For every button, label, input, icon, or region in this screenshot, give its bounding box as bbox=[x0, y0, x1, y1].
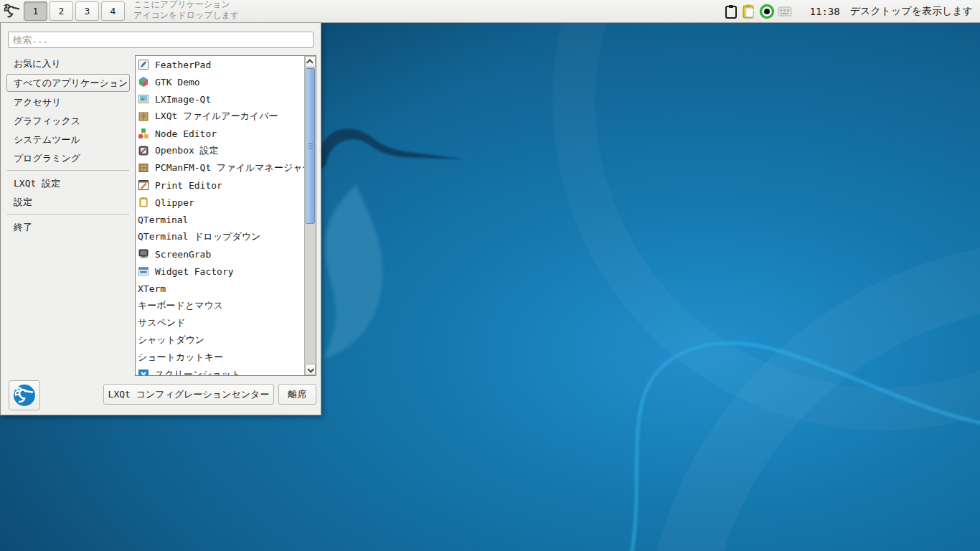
lximage-icon bbox=[138, 93, 149, 105]
taskbar-drop-hint: ここにアプリケーション アイコンをドロップします bbox=[133, 0, 239, 21]
app-item-label: QTerminal bbox=[138, 215, 188, 225]
app-item-15[interactable]: サスペンド bbox=[136, 314, 304, 331]
top-panel: 1234 ここにアプリケーション アイコンをドロップします 11:38 デスクト… bbox=[0, 0, 980, 23]
app-item-label: Node Editor bbox=[155, 128, 217, 139]
keyboard-icon[interactable] bbox=[777, 4, 793, 19]
app-item-label: LXQt ファイルアーカイバー bbox=[155, 110, 278, 123]
app-menu-popup: お気に入りすべてのアプリケーションアクセサリグラフィックスシステムツールプログラ… bbox=[0, 22, 321, 415]
screenshot-icon bbox=[138, 369, 149, 376]
app-item-label: サスペンド bbox=[138, 316, 186, 329]
app-item-11[interactable]: ScreenGrab bbox=[136, 245, 304, 263]
app-item-0[interactable]: FeatherPad bbox=[136, 56, 304, 73]
app-item-label: Widget Factory bbox=[155, 266, 234, 277]
sidebar-separator bbox=[7, 170, 129, 171]
print-editor-icon bbox=[138, 179, 149, 191]
scrollbar-thumb[interactable] bbox=[306, 68, 315, 224]
app-item-label: XTerm bbox=[138, 283, 166, 294]
app-item-label: QTerminal ドロップダウン bbox=[138, 230, 260, 243]
app-item-10[interactable]: QTerminal ドロップダウン bbox=[136, 228, 304, 245]
qlipper-icon bbox=[138, 197, 149, 208]
app-item-14[interactable]: キーボードとマウス bbox=[136, 297, 304, 314]
app-list-scrollbar[interactable] bbox=[304, 56, 316, 375]
main-menu-button[interactable] bbox=[2, 1, 22, 22]
category-sidebar: お気に入りすべてのアプリケーションアクセサリグラフィックスシステムツールプログラ… bbox=[6, 55, 130, 237]
pcmanfm-icon bbox=[138, 162, 149, 174]
app-item-1[interactable]: GTK Demo bbox=[136, 73, 304, 90]
app-item-label: GTK Demo bbox=[155, 77, 200, 88]
show-desktop-button[interactable]: デスクトップを表示します bbox=[850, 5, 973, 18]
app-item-label: ショートカットキー bbox=[138, 351, 223, 364]
app-item-label: PCManFM-Qt ファイルマネージャー bbox=[155, 161, 312, 174]
chevron-up-icon bbox=[306, 59, 314, 66]
app-item-4[interactable]: Node Editor bbox=[136, 125, 304, 142]
app-item-label: Qlipper bbox=[155, 197, 194, 208]
app-item-17[interactable]: ショートカットキー bbox=[136, 349, 304, 366]
app-item-7[interactable]: Print Editor bbox=[136, 176, 304, 194]
taskbar-drop-hint-line1: ここにアプリケーション bbox=[133, 0, 239, 10]
app-item-3[interactable]: LXQt ファイルアーカイバー bbox=[136, 108, 304, 125]
app-item-6[interactable]: PCManFM-Qt ファイルマネージャー bbox=[136, 159, 304, 176]
app-item-label: LXImage-Qt bbox=[155, 94, 211, 105]
app-item-9[interactable]: QTerminal bbox=[136, 211, 304, 228]
scroll-down-button[interactable] bbox=[305, 364, 316, 375]
app-item-label: キーボードとマウス bbox=[138, 299, 223, 312]
app-item-13[interactable]: XTerm bbox=[136, 280, 304, 297]
app-list-rows: FeatherPadGTK DemoLXImage-QtLXQt ファイルアーカ… bbox=[136, 56, 304, 376]
leave-button[interactable]: 離席 bbox=[278, 384, 316, 405]
clock[interactable]: 11:38 bbox=[810, 6, 840, 17]
category-item-7[interactable]: 設定 bbox=[6, 194, 130, 210]
category-item-5[interactable]: プログラミング bbox=[6, 150, 130, 166]
gtk-demo-icon bbox=[138, 76, 149, 88]
app-item-label: ScreenGrab bbox=[155, 249, 211, 260]
category-item-4[interactable]: システムツール bbox=[6, 131, 130, 148]
workspace-button-4[interactable]: 4 bbox=[101, 1, 125, 21]
openbox-icon bbox=[138, 145, 149, 156]
category-item-8[interactable]: 終了 bbox=[6, 219, 130, 235]
app-item-label: シャットダウン bbox=[138, 334, 204, 347]
category-item-6[interactable]: LXQt 設定 bbox=[6, 175, 130, 192]
node-editor-icon bbox=[138, 128, 149, 139]
app-list: FeatherPadGTK DemoLXImage-QtLXQt ファイルアーカ… bbox=[135, 55, 316, 376]
app-item-2[interactable]: LXImage-Qt bbox=[136, 90, 304, 108]
lxqt-logo-button[interactable] bbox=[9, 380, 40, 410]
lxqt-logo-icon bbox=[12, 383, 37, 408]
system-tray bbox=[723, 4, 793, 19]
app-item-8[interactable]: Qlipper bbox=[136, 194, 304, 211]
scrollbar-grip-icon bbox=[308, 143, 313, 150]
workspace-button-1[interactable]: 1 bbox=[24, 1, 47, 21]
workspace-button-3[interactable]: 3 bbox=[75, 1, 99, 21]
qlipper-clipboard-icon[interactable] bbox=[741, 4, 757, 19]
workspace-switcher: 1234 bbox=[24, 1, 125, 21]
sidebar-separator bbox=[7, 214, 129, 215]
app-item-12[interactable]: Widget Factory bbox=[136, 263, 304, 280]
app-item-label: Openbox 設定 bbox=[155, 144, 219, 157]
screengrab-icon bbox=[138, 248, 149, 260]
app-item-label: FeatherPad bbox=[155, 60, 211, 70]
app-item-label: Print Editor bbox=[155, 180, 222, 191]
chevron-down-icon bbox=[307, 365, 314, 372]
archiver-icon bbox=[138, 110, 149, 122]
clipboard-icon[interactable] bbox=[723, 4, 739, 19]
scroll-up-button[interactable] bbox=[305, 56, 316, 67]
app-item-label: スクリーンショット bbox=[155, 368, 240, 376]
category-item-1[interactable]: すべてのアプリケーション bbox=[6, 74, 130, 92]
featherpad-icon bbox=[138, 59, 149, 70]
workspace-button-2[interactable]: 2 bbox=[50, 1, 73, 21]
record-icon[interactable] bbox=[759, 4, 775, 19]
app-item-18[interactable]: スクリーンショット bbox=[136, 366, 304, 376]
taskbar-drop-hint-line2: アイコンをドロップします bbox=[133, 10, 239, 21]
category-item-2[interactable]: アクセサリ bbox=[6, 94, 130, 110]
app-item-16[interactable]: シャットダウン bbox=[136, 331, 304, 349]
app-item-5[interactable]: Openbox 設定 bbox=[136, 142, 304, 159]
hummingbird-menu-icon bbox=[4, 3, 21, 20]
config-center-button[interactable]: LXQt コンフィグレーションセンター bbox=[103, 384, 274, 405]
widget-factory-icon bbox=[138, 265, 149, 277]
category-item-0[interactable]: お気に入り bbox=[6, 55, 130, 72]
category-item-3[interactable]: グラフィックス bbox=[6, 113, 130, 129]
menu-search-input[interactable] bbox=[8, 32, 314, 48]
